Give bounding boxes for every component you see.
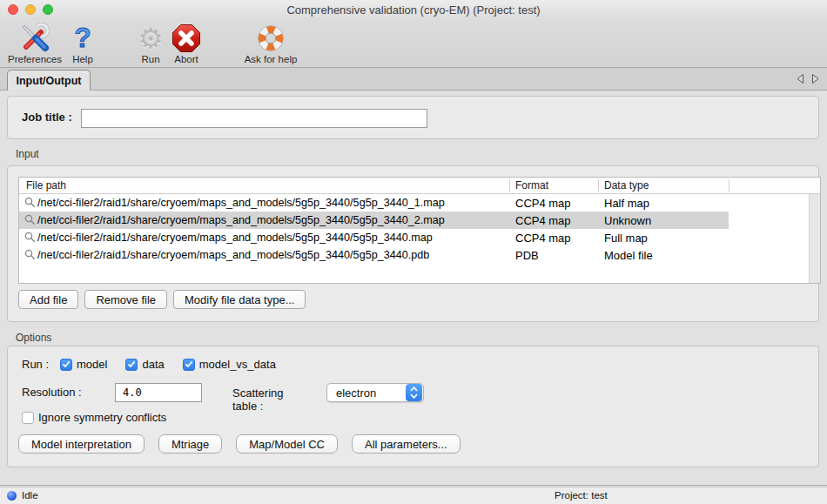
- checkbox-model-vs-data[interactable]: model_vs_data: [183, 358, 276, 371]
- file-path-cell: /net/cci-filer2/raid1/share/cryoem/maps_…: [37, 197, 445, 209]
- checkbox-model-vs-data-label: model_vs_data: [199, 358, 276, 371]
- prev-tab-arrow-icon[interactable]: [796, 73, 804, 84]
- question-mark-icon: ?: [64, 21, 102, 53]
- scattering-table-value: electron: [327, 386, 406, 400]
- scattering-table-dropdown[interactable]: electron: [326, 383, 424, 402]
- model-interpretation-button[interactable]: Model interpretation: [18, 434, 145, 454]
- file-path-cell: /net/cci-filer2/raid1/share/cryoem/maps_…: [37, 232, 433, 244]
- file-path-cell: /net/cci-filer2/raid1/share/cryoem/maps_…: [37, 214, 445, 226]
- input-section-label: Input: [16, 148, 39, 160]
- help-label: Help: [64, 54, 102, 64]
- preferences-label: Preferences: [1, 54, 69, 64]
- ignore-symmetry-checkbox[interactable]: Ignore symmetry conflicts: [22, 411, 166, 424]
- svg-text:?: ?: [74, 22, 91, 53]
- file-table-header[interactable]: File path Format Data type: [19, 178, 820, 194]
- job-title-label: Job title :: [22, 111, 72, 124]
- data-type-cell: Model file: [604, 249, 653, 262]
- tab-bar: Input/Output: [0, 68, 827, 91]
- tab-label: Input/Output: [17, 75, 82, 87]
- add-file-button[interactable]: Add file: [18, 290, 78, 309]
- checkbox-data[interactable]: data: [125, 358, 164, 371]
- file-table[interactable]: File path Format Data type /net/cci-file…: [18, 177, 821, 284]
- dropdown-chevrons-icon: [406, 384, 422, 401]
- tools-icon: [1, 21, 69, 53]
- map-model-cc-button[interactable]: Map/Model CC: [236, 434, 338, 454]
- format-cell: CCP4 map: [515, 197, 571, 210]
- status-bar: Idle Project: test: [0, 487, 827, 504]
- table-row[interactable]: /net/cci-filer2/raid1/share/cryoem/maps_…: [19, 229, 820, 246]
- file-path-cell: /net/cci-filer2/raid1/share/cryoem/maps_…: [37, 249, 429, 261]
- gear-icon: ⚙: [133, 21, 168, 53]
- modify-file-data-type-button[interactable]: Modify file data type...: [173, 290, 306, 309]
- ask-for-help-label: Ask for help: [235, 54, 306, 64]
- resolution-label: Resolution :: [22, 386, 82, 399]
- data-type-cell: Half map: [604, 197, 649, 210]
- checkbox-checked-icon: [60, 359, 72, 371]
- column-header-format[interactable]: Format: [515, 179, 548, 192]
- window-title: Comprehensive validation (cryo-EM) (Proj…: [286, 3, 540, 17]
- next-tab-arrow-icon[interactable]: [811, 73, 820, 84]
- stop-x-icon: [165, 21, 207, 53]
- column-header-file-path[interactable]: File path: [26, 179, 66, 192]
- data-type-cell: Full map: [604, 232, 648, 245]
- job-title-input[interactable]: [81, 109, 427, 128]
- ask-for-help-button[interactable]: Ask for help: [235, 21, 306, 66]
- table-row[interactable]: /net/cci-filer2/raid1/share/cryoem/maps_…: [19, 246, 820, 264]
- job-title-group: Job title :: [7, 96, 819, 139]
- checkbox-checked-icon: [125, 359, 138, 371]
- magnifier-icon: [24, 214, 36, 225]
- checkbox-checked-icon: [183, 359, 195, 371]
- table-row[interactable]: /net/cci-filer2/raid1/share/cryoem/maps_…: [19, 194, 820, 212]
- project-status-text: Project: test: [555, 490, 608, 501]
- table-scrollbar[interactable]: [809, 194, 820, 283]
- toolbar: Preferences ? Help ⚙ Run: [0, 19, 827, 68]
- checkbox-data-label: data: [142, 358, 164, 371]
- magnifier-icon: [24, 232, 36, 243]
- lifebuoy-icon: [235, 21, 306, 53]
- checkbox-unchecked-icon: [22, 412, 34, 424]
- all-parameters-button[interactable]: All parameters...: [352, 434, 461, 454]
- tab-input-output[interactable]: Input/Output: [7, 70, 91, 91]
- options-section-label: Options: [16, 332, 51, 344]
- input-section-group: File path Format Data type /net/cci-file…: [7, 165, 819, 322]
- format-cell: CCP4 map: [515, 214, 571, 227]
- checkbox-model[interactable]: model: [60, 358, 107, 371]
- window-controls: [8, 4, 53, 15]
- magnifier-icon: [24, 249, 36, 260]
- abort-label: Abort: [165, 54, 207, 64]
- run-checkboxes-label: Run :: [22, 358, 60, 371]
- column-header-data-type[interactable]: Data type: [604, 179, 649, 192]
- status-text: Idle: [22, 490, 38, 501]
- remove-file-button[interactable]: Remove file: [84, 290, 167, 309]
- help-button[interactable]: ? Help: [64, 21, 102, 66]
- abort-button[interactable]: Abort: [165, 21, 207, 66]
- minimize-window-button[interactable]: [25, 4, 36, 15]
- preferences-button[interactable]: Preferences: [1, 21, 69, 66]
- title-bar: Comprehensive validation (cryo-EM) (Proj…: [0, 0, 827, 19]
- scattering-table-label: Scattering table :: [232, 386, 284, 413]
- resolution-input[interactable]: [115, 383, 202, 402]
- table-row-selected[interactable]: /net/cci-filer2/raid1/share/cryoem/maps_…: [19, 212, 820, 229]
- run-button[interactable]: ⚙ Run: [133, 21, 168, 66]
- format-cell: PDB: [515, 249, 539, 262]
- mtriage-button[interactable]: Mtriage: [158, 434, 222, 454]
- magnifier-icon: [24, 197, 36, 208]
- zoom-window-button[interactable]: [43, 4, 53, 15]
- checkbox-model-label: model: [77, 358, 107, 371]
- format-cell: CCP4 map: [515, 232, 571, 245]
- status-idle-icon: [7, 491, 17, 501]
- options-section-group: Run : model data model_vs_data: [7, 346, 819, 467]
- ignore-symmetry-label: Ignore symmetry conflicts: [38, 411, 166, 424]
- close-window-button[interactable]: [8, 4, 18, 15]
- input-output-panel: Job title : Input File path Format Data …: [0, 91, 827, 486]
- data-type-cell: Unknown: [604, 214, 651, 227]
